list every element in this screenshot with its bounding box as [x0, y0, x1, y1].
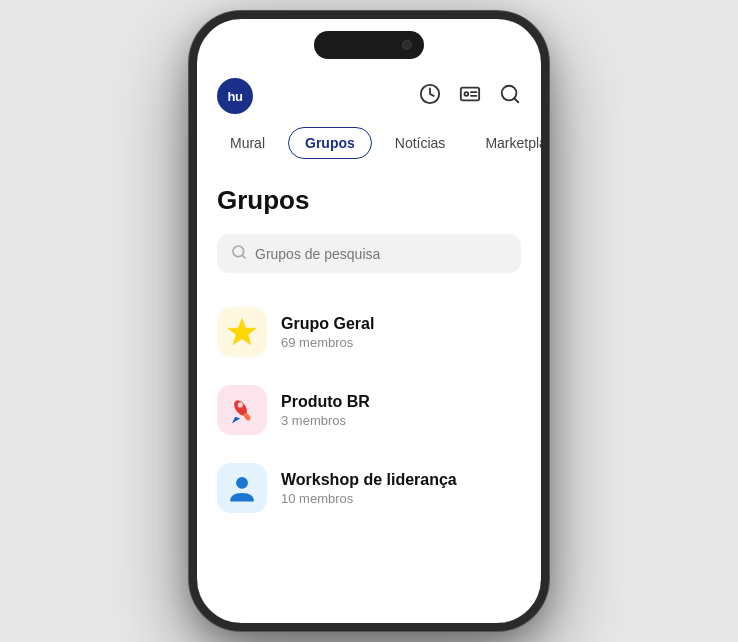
list-item[interactable]: Grupo Geral 69 membros: [217, 293, 521, 371]
status-bar: [197, 19, 541, 71]
search-bar-icon: [231, 244, 247, 263]
group-name-2: Produto BR: [281, 393, 370, 411]
group-members-3: 10 membros: [281, 491, 457, 506]
group-name-3: Workshop de liderança: [281, 471, 457, 489]
phone-frame: hu: [189, 11, 549, 631]
screen: hu: [197, 19, 541, 623]
group-avatar-3: [217, 463, 267, 513]
group-info-2: Produto BR 3 membros: [281, 393, 370, 428]
tab-mural[interactable]: Mural: [213, 127, 282, 159]
tab-noticias[interactable]: Notícias: [378, 127, 463, 159]
history-icon[interactable]: [419, 83, 441, 110]
app-logo[interactable]: hu: [217, 78, 253, 114]
group-info-3: Workshop de liderança 10 membros: [281, 471, 457, 506]
list-item[interactable]: Produto BR 3 membros: [217, 371, 521, 449]
group-info-1: Grupo Geral 69 membros: [281, 315, 374, 350]
page-title: Grupos: [217, 185, 521, 216]
search-bar[interactable]: [217, 234, 521, 273]
search-icon[interactable]: [499, 83, 521, 110]
nav-tabs: Mural Grupos Notícias Marketplace: [197, 121, 541, 165]
header: hu: [197, 71, 541, 121]
tab-grupos[interactable]: Grupos: [288, 127, 372, 159]
search-input[interactable]: [255, 246, 507, 262]
svg-line-6: [514, 98, 518, 102]
phone-wrapper: hu: [189, 11, 549, 631]
group-name-1: Grupo Geral: [281, 315, 374, 333]
tab-marketplace[interactable]: Marketplace: [468, 127, 541, 159]
group-avatar-1: [217, 307, 267, 357]
header-icons: [419, 83, 521, 110]
svg-point-14: [236, 477, 248, 489]
svg-line-8: [242, 255, 245, 258]
dynamic-island: [314, 31, 424, 59]
group-list: Grupo Geral 69 membros: [217, 293, 521, 527]
svg-point-2: [465, 92, 469, 96]
camera-dot: [402, 40, 412, 50]
list-item[interactable]: Workshop de liderança 10 membros: [217, 449, 521, 527]
group-members-1: 69 membros: [281, 335, 374, 350]
main-content: Grupos: [197, 165, 541, 623]
svg-marker-12: [232, 417, 241, 424]
svg-point-13: [238, 402, 243, 407]
id-card-icon[interactable]: [459, 83, 481, 110]
group-avatar-2: [217, 385, 267, 435]
svg-marker-9: [228, 318, 257, 344]
group-members-2: 3 membros: [281, 413, 370, 428]
